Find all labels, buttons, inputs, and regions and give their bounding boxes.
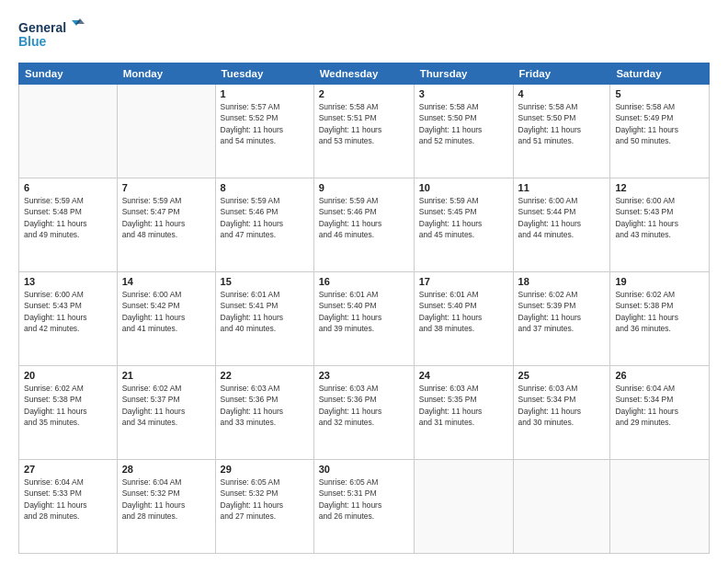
calendar-cell: 30Sunrise: 6:05 AM Sunset: 5:31 PM Dayli… — [313, 460, 414, 554]
day-number: 27 — [24, 464, 112, 475]
day-info: Sunrise: 6:01 AM Sunset: 5:41 PM Dayligh… — [221, 289, 309, 334]
day-number: 16 — [319, 276, 409, 287]
day-number: 8 — [221, 182, 309, 193]
day-number: 15 — [221, 276, 309, 287]
day-info: Sunrise: 6:04 AM Sunset: 5:32 PM Dayligh… — [122, 477, 210, 522]
calendar-cell — [513, 460, 610, 554]
day-number: 10 — [419, 182, 508, 193]
day-info: Sunrise: 5:59 AM Sunset: 5:48 PM Dayligh… — [24, 195, 112, 240]
calendar-cell: 13Sunrise: 6:00 AM Sunset: 5:43 PM Dayli… — [19, 272, 118, 366]
calendar-cell — [117, 85, 215, 178]
week-row-5: 27Sunrise: 6:04 AM Sunset: 5:33 PM Dayli… — [19, 460, 710, 554]
weekday-header-tuesday: Tuesday — [215, 63, 313, 85]
weekday-header-row: SundayMondayTuesdayWednesdayThursdayFrid… — [19, 63, 710, 85]
week-row-2: 6Sunrise: 5:59 AM Sunset: 5:48 PM Daylig… — [19, 178, 710, 272]
calendar-cell: 8Sunrise: 5:59 AM Sunset: 5:46 PM Daylig… — [215, 178, 313, 272]
day-number: 23 — [319, 370, 409, 381]
day-info: Sunrise: 6:03 AM Sunset: 5:34 PM Dayligh… — [518, 383, 606, 428]
weekday-header-wednesday: Wednesday — [313, 63, 414, 85]
day-number: 12 — [615, 182, 704, 193]
calendar-cell: 6Sunrise: 5:59 AM Sunset: 5:48 PM Daylig… — [19, 178, 118, 272]
day-info: Sunrise: 6:04 AM Sunset: 5:34 PM Dayligh… — [615, 383, 704, 428]
day-info: Sunrise: 5:58 AM Sunset: 5:51 PM Dayligh… — [319, 101, 409, 146]
day-info: Sunrise: 5:57 AM Sunset: 5:52 PM Dayligh… — [221, 101, 309, 146]
day-number: 4 — [518, 88, 606, 99]
day-number: 21 — [122, 370, 210, 381]
calendar-cell: 19Sunrise: 6:02 AM Sunset: 5:38 PM Dayli… — [610, 272, 710, 366]
day-info: Sunrise: 6:01 AM Sunset: 5:40 PM Dayligh… — [319, 289, 409, 334]
calendar-cell: 11Sunrise: 6:00 AM Sunset: 5:44 PM Dayli… — [513, 178, 610, 272]
day-info: Sunrise: 6:00 AM Sunset: 5:43 PM Dayligh… — [24, 289, 112, 334]
calendar-cell: 17Sunrise: 6:01 AM Sunset: 5:40 PM Dayli… — [414, 272, 513, 366]
calendar-cell: 24Sunrise: 6:03 AM Sunset: 5:35 PM Dayli… — [414, 366, 513, 460]
day-number: 17 — [419, 276, 508, 287]
day-info: Sunrise: 5:58 AM Sunset: 5:50 PM Dayligh… — [419, 101, 508, 146]
calendar-cell — [610, 460, 710, 554]
day-number: 14 — [122, 276, 210, 287]
weekday-header-friday: Friday — [513, 63, 610, 85]
day-number: 20 — [24, 370, 112, 381]
calendar-cell: 14Sunrise: 6:00 AM Sunset: 5:42 PM Dayli… — [117, 272, 215, 366]
calendar-cell: 15Sunrise: 6:01 AM Sunset: 5:41 PM Dayli… — [215, 272, 313, 366]
calendar-cell: 29Sunrise: 6:05 AM Sunset: 5:32 PM Dayli… — [215, 460, 313, 554]
day-number: 25 — [518, 370, 606, 381]
day-info: Sunrise: 6:03 AM Sunset: 5:36 PM Dayligh… — [221, 383, 309, 428]
calendar-cell: 26Sunrise: 6:04 AM Sunset: 5:34 PM Dayli… — [610, 366, 710, 460]
day-number: 19 — [615, 276, 704, 287]
calendar-cell: 7Sunrise: 5:59 AM Sunset: 5:47 PM Daylig… — [117, 178, 215, 272]
day-number: 18 — [518, 276, 606, 287]
weekday-header-monday: Monday — [117, 63, 215, 85]
day-number: 11 — [518, 182, 606, 193]
day-number: 2 — [319, 88, 409, 99]
day-info: Sunrise: 6:02 AM Sunset: 5:38 PM Dayligh… — [615, 289, 704, 334]
day-info: Sunrise: 5:59 AM Sunset: 5:47 PM Dayligh… — [122, 195, 210, 240]
day-info: Sunrise: 6:02 AM Sunset: 5:39 PM Dayligh… — [518, 289, 606, 334]
calendar-cell: 25Sunrise: 6:03 AM Sunset: 5:34 PM Dayli… — [513, 366, 610, 460]
day-number: 7 — [122, 182, 210, 193]
calendar-cell: 28Sunrise: 6:04 AM Sunset: 5:32 PM Dayli… — [117, 460, 215, 554]
week-row-1: 1Sunrise: 5:57 AM Sunset: 5:52 PM Daylig… — [19, 85, 710, 178]
calendar-page: General Blue SundayMondayTuesdayWednesda… — [0, 0, 728, 563]
weekday-header-sunday: Sunday — [19, 63, 118, 85]
day-info: Sunrise: 6:03 AM Sunset: 5:35 PM Dayligh… — [419, 383, 508, 428]
calendar-table: SundayMondayTuesdayWednesdayThursdayFrid… — [18, 63, 710, 554]
svg-text:Blue: Blue — [18, 34, 47, 49]
logo: General Blue — [18, 17, 85, 53]
day-number: 22 — [221, 370, 309, 381]
day-info: Sunrise: 6:00 AM Sunset: 5:44 PM Dayligh… — [518, 195, 606, 240]
day-info: Sunrise: 6:01 AM Sunset: 5:40 PM Dayligh… — [419, 289, 508, 334]
day-info: Sunrise: 6:05 AM Sunset: 5:32 PM Dayligh… — [221, 477, 309, 522]
day-number: 3 — [419, 88, 508, 99]
weekday-header-thursday: Thursday — [414, 63, 513, 85]
calendar-cell: 21Sunrise: 6:02 AM Sunset: 5:37 PM Dayli… — [117, 366, 215, 460]
day-number: 6 — [24, 182, 112, 193]
day-number: 1 — [221, 88, 309, 99]
day-info: Sunrise: 6:03 AM Sunset: 5:36 PM Dayligh… — [319, 383, 409, 428]
calendar-cell: 4Sunrise: 5:58 AM Sunset: 5:50 PM Daylig… — [513, 85, 610, 178]
day-info: Sunrise: 6:00 AM Sunset: 5:43 PM Dayligh… — [615, 195, 704, 240]
day-number: 13 — [24, 276, 112, 287]
day-info: Sunrise: 6:05 AM Sunset: 5:31 PM Dayligh… — [319, 477, 409, 522]
calendar-cell: 5Sunrise: 5:58 AM Sunset: 5:49 PM Daylig… — [610, 85, 710, 178]
calendar-cell: 22Sunrise: 6:03 AM Sunset: 5:36 PM Dayli… — [215, 366, 313, 460]
calendar-cell: 2Sunrise: 5:58 AM Sunset: 5:51 PM Daylig… — [313, 85, 414, 178]
calendar-cell: 27Sunrise: 6:04 AM Sunset: 5:33 PM Dayli… — [19, 460, 118, 554]
calendar-cell: 10Sunrise: 5:59 AM Sunset: 5:45 PM Dayli… — [414, 178, 513, 272]
day-info: Sunrise: 5:59 AM Sunset: 5:46 PM Dayligh… — [319, 195, 409, 240]
day-number: 5 — [615, 88, 704, 99]
day-info: Sunrise: 5:58 AM Sunset: 5:50 PM Dayligh… — [518, 101, 606, 146]
calendar-cell — [414, 460, 513, 554]
day-info: Sunrise: 5:59 AM Sunset: 5:46 PM Dayligh… — [221, 195, 309, 240]
calendar-cell: 12Sunrise: 6:00 AM Sunset: 5:43 PM Dayli… — [610, 178, 710, 272]
day-number: 28 — [122, 464, 210, 475]
day-number: 24 — [419, 370, 508, 381]
logo-svg: General Blue — [18, 17, 85, 53]
header: General Blue — [18, 17, 710, 53]
calendar-cell: 9Sunrise: 5:59 AM Sunset: 5:46 PM Daylig… — [313, 178, 414, 272]
week-row-4: 20Sunrise: 6:02 AM Sunset: 5:38 PM Dayli… — [19, 366, 710, 460]
day-number: 9 — [319, 182, 409, 193]
day-number: 30 — [319, 464, 409, 475]
calendar-cell: 16Sunrise: 6:01 AM Sunset: 5:40 PM Dayli… — [313, 272, 414, 366]
calendar-cell — [19, 85, 118, 178]
calendar-cell: 1Sunrise: 5:57 AM Sunset: 5:52 PM Daylig… — [215, 85, 313, 178]
